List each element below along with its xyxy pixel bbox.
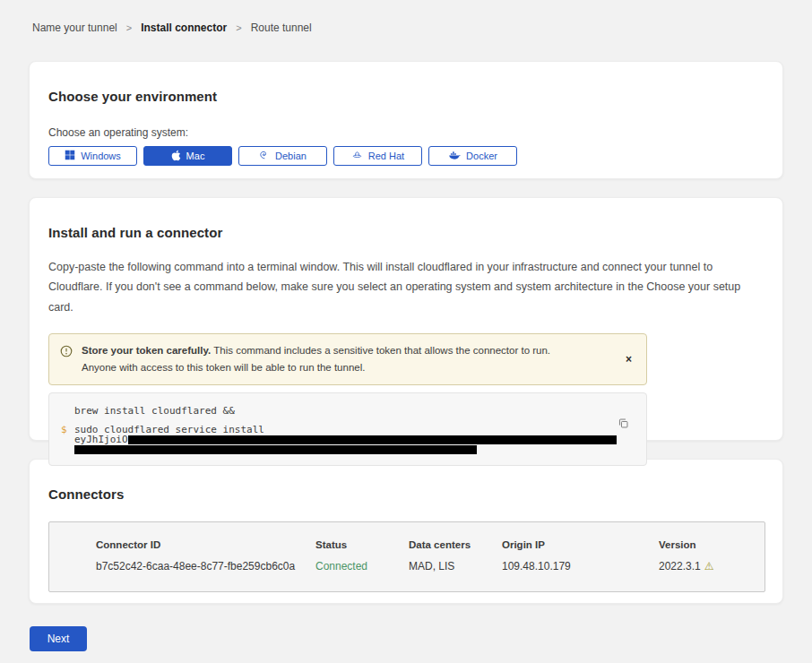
apple-icon xyxy=(171,150,181,163)
redhat-icon xyxy=(351,150,363,162)
os-button-label: Mac xyxy=(186,151,205,161)
version-number: 2022.3.1 xyxy=(659,560,701,573)
redacted-token-bar xyxy=(74,445,477,454)
data-centers-value: MAD, LIS xyxy=(409,560,502,573)
token-warning-banner: Store your token carefully. This command… xyxy=(48,333,647,385)
prompt-spacer xyxy=(61,444,74,453)
install-command-code-block: brew install cloudflared && $sudo cloudf… xyxy=(48,392,647,466)
warning-triangle-icon: ⚠ xyxy=(704,560,714,573)
os-button-label: Red Hat xyxy=(368,151,404,161)
origin-ip-value: 109.48.10.179 xyxy=(502,560,659,573)
connector-id-value: b7c52c42-6caa-48ee-8c77-fbe259cb6c0a xyxy=(96,560,315,573)
os-button-label: Debian xyxy=(275,151,307,161)
col-header-version: Version xyxy=(659,539,756,550)
close-icon[interactable]: × xyxy=(622,353,635,366)
os-select-label: Choose an operating system: xyxy=(48,126,764,139)
install-connector-card: Install and run a connector Copy-paste t… xyxy=(29,197,783,441)
copy-icon[interactable] xyxy=(618,418,629,432)
breadcrumb-name-your-tunnel[interactable]: Name your tunnel xyxy=(32,22,117,34)
col-header-origin-ip: Origin IP xyxy=(502,539,659,550)
install-connector-title: Install and run a connector xyxy=(48,225,764,240)
code-line-sudo: $sudo cloudflared service install xyxy=(61,425,634,435)
os-button-docker[interactable]: Docker xyxy=(428,146,517,166)
debian-icon xyxy=(259,150,270,162)
breadcrumb: Name your tunnel > Install connector > R… xyxy=(29,0,783,34)
alert-circle-icon xyxy=(60,345,73,376)
col-header-data-centers: Data centers xyxy=(409,539,502,550)
connectors-title: Connectors xyxy=(48,486,764,502)
token-warning-bold: Store your token carefully. xyxy=(82,345,211,356)
os-button-group: Windows Mac Debian Red Hat Docker xyxy=(48,146,764,166)
tunnel-setup-page: Name your tunnel > Install connector > R… xyxy=(0,0,812,651)
os-button-windows[interactable]: Windows xyxy=(48,146,137,166)
version-value: 2022.3.1⚠ xyxy=(659,560,756,573)
code-text: brew install cloudflared && xyxy=(74,406,235,416)
choose-environment-title: Choose your environment xyxy=(48,89,764,104)
code-line-token-2 xyxy=(61,444,634,453)
token-warning-text: Store your token carefully. This command… xyxy=(82,342,583,376)
breadcrumb-separator: > xyxy=(236,22,241,33)
connectors-table: Connector ID Status Data centers Origin … xyxy=(48,521,765,592)
breadcrumb-install-connector[interactable]: Install connector xyxy=(141,22,227,34)
breadcrumb-route-tunnel[interactable]: Route tunnel xyxy=(251,22,312,34)
install-description: Copy-paste the following command into a … xyxy=(48,257,764,317)
os-button-mac[interactable]: Mac xyxy=(143,146,232,166)
code-line-token: eyJhIjoiO xyxy=(61,435,634,444)
os-button-label: Windows xyxy=(81,151,121,161)
next-button[interactable]: Next xyxy=(30,626,87,651)
token-prefix: eyJhIjoiO xyxy=(74,435,128,444)
os-button-redhat[interactable]: Red Hat xyxy=(333,146,422,166)
breadcrumb-separator: > xyxy=(126,22,132,33)
docker-icon xyxy=(448,150,461,162)
col-header-status: Status xyxy=(315,539,409,550)
choose-environment-card: Choose your environment Choose an operat… xyxy=(29,61,783,179)
code-line-brew: brew install cloudflared && xyxy=(61,406,634,416)
windows-icon xyxy=(65,150,75,162)
shell-prompt: $ xyxy=(61,425,74,435)
col-header-connector-id: Connector ID xyxy=(96,539,315,550)
os-button-debian[interactable]: Debian xyxy=(238,146,327,166)
os-button-label: Docker xyxy=(466,151,497,161)
status-badge: Connected xyxy=(315,560,409,573)
prompt-spacer xyxy=(61,435,74,444)
redacted-token-bar xyxy=(128,435,617,444)
prompt-spacer xyxy=(61,406,74,416)
connectors-card: Connectors Connector ID Status Data cent… xyxy=(29,459,783,604)
